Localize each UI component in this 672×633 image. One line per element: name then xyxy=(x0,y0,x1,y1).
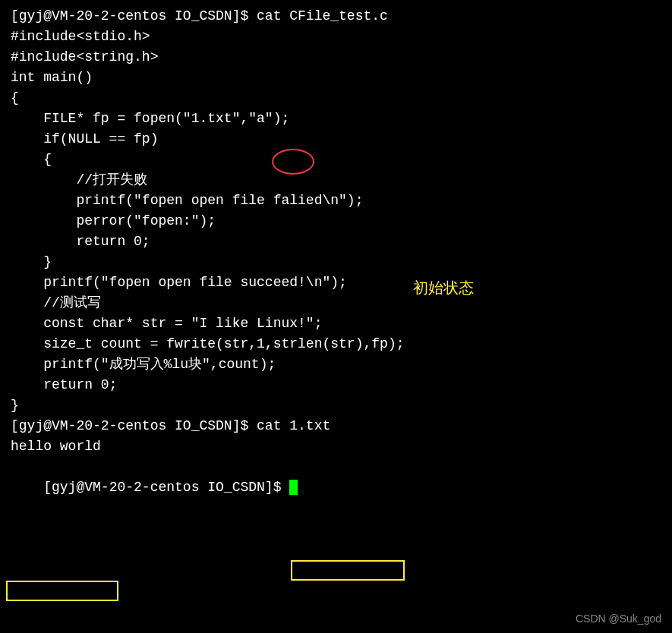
prompt-line: [gyj@VM-20-2-centos IO_CSDN]$ cat CFile_… xyxy=(11,6,661,27)
code-line: { xyxy=(11,150,661,170)
code-line: size_t count = fwrite(str,1,strlen(str),… xyxy=(11,334,661,354)
code-line: perror("fopen:"); xyxy=(11,211,661,231)
code-line: #include<string.h> xyxy=(11,47,661,68)
cursor-icon xyxy=(289,480,298,495)
code-line: int main() xyxy=(11,68,661,88)
code-line: const char* str = "I like Linux!"; xyxy=(11,313,661,334)
code-line: } xyxy=(11,252,661,272)
code-line: } xyxy=(11,395,661,416)
watermark-text: CSDN @Suk_god xyxy=(576,611,661,627)
code-line: FILE* fp = fopen("1.txt","a"); xyxy=(11,109,661,129)
code-line: printf("fopen open file falied\n"); xyxy=(11,191,661,211)
highlight-box-output xyxy=(6,581,118,601)
code-line: if(NULL == fp) xyxy=(11,129,661,150)
terminal-output[interactable]: [gyj@VM-20-2-centos IO_CSDN]$ cat CFile_… xyxy=(11,6,661,518)
code-line: return 0; xyxy=(11,375,661,395)
code-line: { xyxy=(11,88,661,109)
code-line: //打开失败 xyxy=(11,170,661,191)
highlight-box-command xyxy=(291,560,405,581)
output-line: hello world xyxy=(11,436,661,457)
code-line: //测试写 xyxy=(11,293,661,313)
prompt-line: [gyj@VM-20-2-centos IO_CSDN]$ cat 1.txt xyxy=(11,416,661,436)
prompt-text: [gyj@VM-20-2-centos IO_CSDN]$ xyxy=(43,480,289,495)
code-line: printf("fopen open file succeed!\n"); xyxy=(11,272,661,293)
code-line: #include<stdio.h> xyxy=(11,27,661,47)
code-line: return 0; xyxy=(11,231,661,252)
code-line: printf("成功写入%lu块",count); xyxy=(11,354,661,375)
prompt-line-active[interactable]: [gyj@VM-20-2-centos IO_CSDN]$ xyxy=(11,457,661,518)
